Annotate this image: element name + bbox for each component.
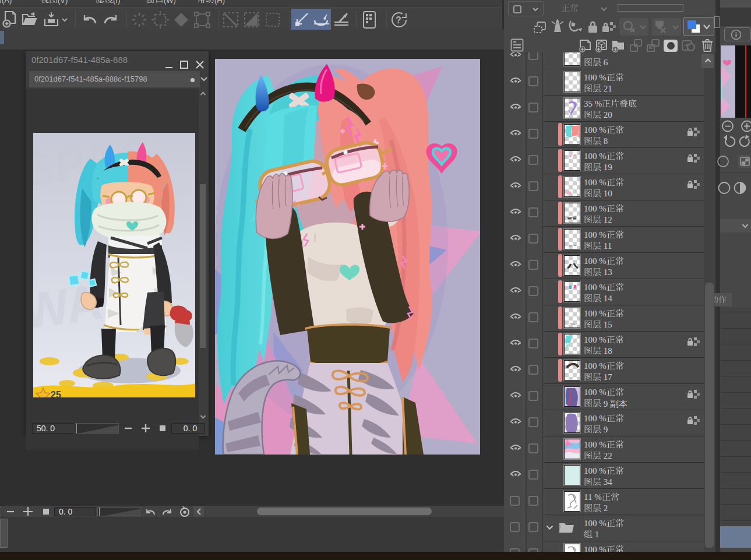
svg-text:25: 25: [51, 390, 61, 397]
svg-text:?: ?: [396, 15, 401, 25]
